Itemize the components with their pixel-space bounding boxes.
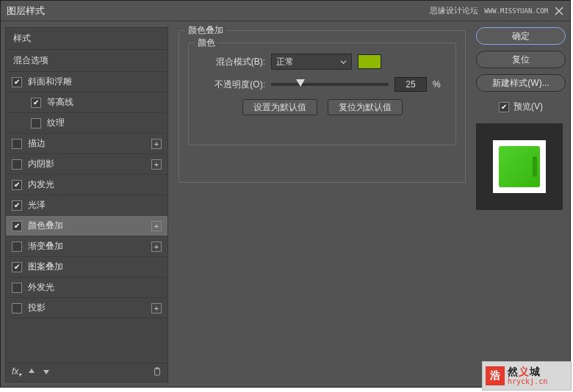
sidebar-item-checkbox[interactable]	[12, 283, 22, 293]
add-effect-icon[interactable]: +	[151, 139, 162, 149]
sidebar-item-checkbox[interactable]	[12, 200, 22, 211]
move-down-icon[interactable]	[42, 367, 51, 378]
opacity-input[interactable]	[394, 77, 427, 92]
sidebar-item-label: 渐变叠加	[28, 240, 63, 253]
forum-url: WWW.MISSYUAN.COM	[484, 7, 548, 15]
reset-default-button[interactable]: 复位为默认值	[328, 99, 403, 115]
sidebar-item-label: 纹理	[47, 117, 65, 129]
titlebar: 图层样式 思缘设计论坛 WWW.MISSYUAN.COM	[1, 1, 570, 21]
sidebar-item-1[interactable]: 等高线	[6, 92, 167, 113]
sidebar-item-3[interactable]: 描边+	[6, 134, 167, 154]
preview-swatch	[499, 146, 540, 187]
window-title: 图层样式	[7, 4, 45, 18]
ok-button[interactable]: 确定	[476, 27, 566, 45]
color-group: 颜色 混合模式(B): 正常 不透明度(O):	[188, 43, 456, 145]
sidebar-footer: fx▾	[6, 363, 167, 382]
sidebar-item-label: 内阴影	[28, 158, 54, 170]
fieldset-legend: 颜色叠加	[185, 24, 226, 37]
add-effect-icon[interactable]: +	[151, 242, 162, 252]
sidebar-list: 斜面和浮雕等高线纹理描边+内阴影+内发光光泽颜色叠加+渐变叠加+图案叠加外发光投…	[6, 72, 167, 363]
new-style-button[interactable]: 新建样式(W)...	[476, 74, 566, 92]
sidebar-item-checkbox[interactable]	[12, 221, 22, 231]
styles-sidebar: 样式 混合选项 斜面和浮雕等高线纹理描边+内阴影+内发光光泽颜色叠加+渐变叠加+…	[5, 27, 168, 382]
sidebar-item-checkbox[interactable]	[31, 118, 41, 128]
opacity-label: 不透明度(O):	[199, 79, 265, 91]
blend-mode-select[interactable]: 正常	[271, 54, 352, 70]
preview-label: 预览(V)	[513, 101, 543, 113]
sidebar-item-checkbox[interactable]	[12, 180, 22, 190]
sidebar-item-label: 描边	[28, 137, 46, 150]
overlay-color-swatch[interactable]	[358, 54, 381, 69]
layer-style-dialog: 图层样式 思缘设计论坛 WWW.MISSYUAN.COM 样式 混合选项 斜面和…	[0, 0, 571, 388]
add-effect-icon[interactable]: +	[151, 221, 162, 231]
sidebar-item-6[interactable]: 光泽	[6, 195, 167, 216]
sidebar-item-label: 内发光	[28, 178, 54, 191]
sidebar-item-checkbox[interactable]	[12, 242, 22, 252]
fx-menu[interactable]: fx▾	[12, 366, 21, 378]
sidebar-item-label: 图案叠加	[28, 261, 63, 273]
forum-text: 思缘设计论坛	[430, 5, 478, 16]
sidebar-item-4[interactable]: 内阴影+	[6, 154, 167, 175]
sidebar-item-11[interactable]: 投影+	[6, 298, 167, 319]
sidebar-item-checkbox[interactable]	[31, 98, 41, 108]
main-panel: 颜色叠加 颜色 混合模式(B): 正常 不透明度(O):	[173, 27, 472, 382]
sidebar-item-checkbox[interactable]	[12, 77, 22, 87]
sidebar-item-label: 斜面和浮雕	[28, 76, 72, 88]
sidebar-header: 样式	[6, 28, 167, 49]
sidebar-item-label: 外发光	[28, 281, 54, 294]
action-column: 确定 复位 新建样式(W)... 预览(V)	[476, 27, 566, 382]
opacity-slider[interactable]	[271, 83, 389, 86]
opacity-unit: %	[433, 79, 441, 90]
sidebar-blend-options[interactable]: 混合选项	[6, 49, 167, 72]
sidebar-item-checkbox[interactable]	[12, 262, 22, 272]
sidebar-item-5[interactable]: 内发光	[6, 175, 167, 195]
sidebar-item-checkbox[interactable]	[12, 139, 22, 149]
chevron-down-icon	[340, 59, 347, 65]
add-effect-icon[interactable]: +	[151, 303, 162, 313]
color-overlay-fieldset: 颜色叠加 颜色 混合模式(B): 正常 不透明度(O):	[179, 30, 466, 183]
cancel-button[interactable]: 复位	[476, 51, 566, 68]
sidebar-item-label: 投影	[28, 302, 46, 314]
add-effect-icon[interactable]: +	[151, 159, 162, 170]
trash-icon[interactable]	[153, 367, 162, 378]
make-default-button[interactable]: 设置为默认值	[242, 99, 317, 115]
sidebar-item-7[interactable]: 颜色叠加+	[6, 216, 167, 236]
sidebar-item-label: 等高线	[47, 96, 73, 109]
sidebar-item-2[interactable]: 纹理	[6, 113, 167, 134]
blend-mode-value: 正常	[276, 56, 294, 68]
sidebar-item-8[interactable]: 渐变叠加+	[6, 236, 167, 257]
close-icon[interactable]	[554, 6, 564, 16]
opacity-slider-thumb[interactable]	[296, 79, 305, 87]
sidebar-item-10[interactable]: 外发光	[6, 277, 167, 298]
sidebar-item-label: 光泽	[28, 199, 46, 211]
sidebar-item-checkbox[interactable]	[12, 303, 22, 313]
sidebar-item-0[interactable]: 斜面和浮雕	[6, 72, 167, 92]
color-group-legend: 颜色	[195, 37, 218, 49]
sidebar-item-checkbox[interactable]	[12, 159, 22, 170]
preview-box	[476, 123, 563, 210]
sidebar-item-label: 颜色叠加	[28, 219, 63, 232]
preview-checkbox[interactable]	[499, 102, 509, 112]
sidebar-item-9[interactable]: 图案叠加	[6, 257, 167, 277]
blend-mode-label: 混合模式(B):	[199, 56, 265, 68]
move-up-icon[interactable]	[27, 367, 36, 378]
